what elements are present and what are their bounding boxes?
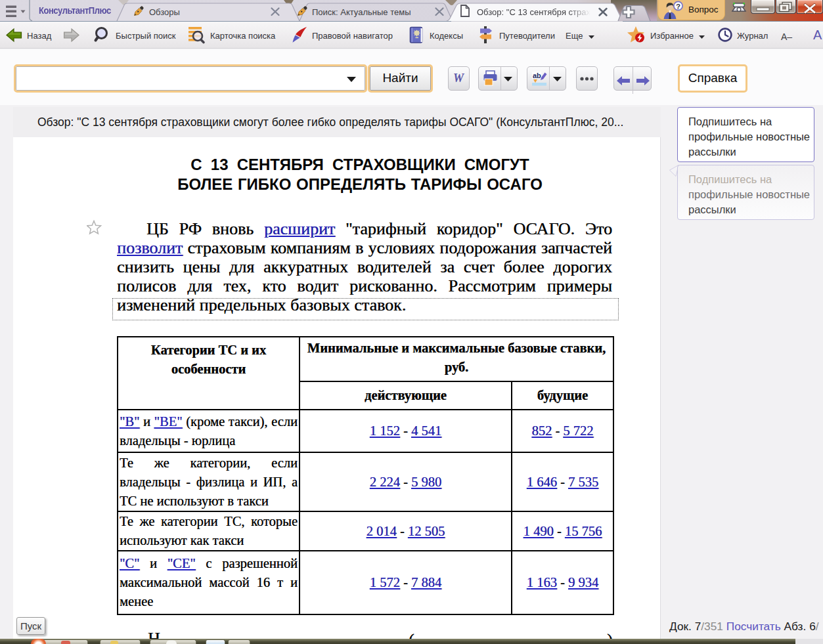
svg-text:ab: ab — [533, 72, 541, 79]
svg-text:?: ? — [676, 3, 680, 11]
